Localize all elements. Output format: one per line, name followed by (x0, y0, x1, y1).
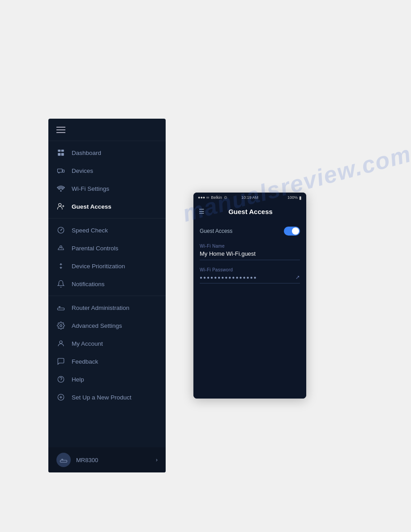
battery-percentage: 100% (287, 195, 298, 200)
sidebar-item-label: Feedback (72, 358, 98, 365)
battery-icon: ▮ (299, 195, 302, 200)
sidebar-item-label: Devices (72, 167, 93, 174)
phone-topbar: ☰ Guest Access (193, 202, 306, 220)
svg-point-19 (60, 341, 62, 343)
svg-point-12 (60, 246, 62, 248)
wifi-password-label: Wi-Fi Password (200, 267, 300, 272)
wifi-status-icon: ⊙ (224, 195, 227, 200)
priority-icon (56, 262, 65, 270)
account-icon (56, 339, 65, 348)
device-avatar (56, 453, 71, 467)
sidebar-item-help[interactable]: Help (48, 370, 166, 388)
svg-point-21 (61, 381, 61, 381)
sidebar-item-advanced-settings[interactable]: Advanced Settings (48, 317, 166, 335)
sidebar-item-label: Router Administration (72, 305, 129, 311)
dashboard-icon (56, 148, 65, 157)
svg-rect-3 (61, 153, 64, 156)
sidebar-item-label: Guest Access (72, 203, 111, 210)
sidebar-item-label: Wi-Fi Settings (72, 185, 109, 192)
sidebar-item-my-account[interactable]: My Account (48, 335, 166, 352)
speed-icon (56, 226, 65, 235)
help-icon (56, 375, 65, 384)
router-icon (56, 303, 65, 312)
signal-dots: ●●● ∞ (198, 195, 209, 200)
wifi-password-field: Wi-Fi Password ●●●●●●●●●●●●●●●● ➚ (200, 267, 300, 283)
settings-icon (56, 321, 65, 330)
status-time: 10:19 AM (241, 195, 258, 200)
feedback-icon (56, 357, 65, 366)
toggle-knob (292, 227, 299, 235)
wifi-icon (56, 184, 65, 193)
sidebar-item-label: Advanced Settings (72, 322, 122, 329)
svg-rect-4 (58, 169, 63, 172)
svg-point-11 (60, 230, 61, 231)
sidebar-item-notifications[interactable]: Notifications (48, 275, 166, 293)
sidebar-item-setup-new-product[interactable]: Set Up a New Product (48, 388, 166, 406)
phone-frame: ●●● ∞ Belkin ⊙ 10:19 AM 100% ▮ ☰ Guest A… (193, 193, 306, 399)
status-right: 100% ▮ (287, 195, 302, 200)
device-name: MR8300 (76, 457, 150, 463)
phone-content: Guest Access Wi-Fi Name My Home Wi-Fi.gu… (193, 220, 306, 399)
nav-divider-2 (48, 296, 166, 296)
svg-rect-5 (63, 170, 64, 172)
svg-point-18 (60, 325, 62, 327)
phone-mockup: ●●● ∞ Belkin ⊙ 10:19 AM 100% ▮ ☰ Guest A… (193, 193, 306, 399)
wifi-name-label: Wi-Fi Name (200, 244, 300, 249)
sidebar-item-device-prioritization[interactable]: Device Prioritization (48, 257, 166, 275)
sidebar-item-label: Device Prioritization (72, 263, 125, 270)
sidebar-item-label: Help (72, 376, 84, 383)
sidebar: Dashboard Devices Wi-Fi Settings Guest A… (48, 119, 166, 472)
sidebar-item-label: Notifications (72, 281, 105, 287)
sidebar-item-speed-check[interactable]: Speed Check (48, 221, 166, 239)
svg-rect-2 (58, 153, 60, 156)
guest-access-field-label: Guest Access (200, 228, 232, 234)
sidebar-item-devices[interactable]: Devices (48, 162, 166, 180)
svg-rect-0 (58, 150, 60, 152)
svg-point-9 (59, 203, 61, 206)
guest-access-toggle[interactable] (284, 227, 300, 236)
sidebar-item-label: Speed Check (72, 227, 108, 234)
parental-icon (56, 244, 65, 253)
svg-point-8 (60, 190, 62, 192)
nav-items: Dashboard Devices Wi-Fi Settings Guest A… (48, 141, 166, 409)
external-link-icon[interactable]: ➚ (295, 274, 300, 280)
wifi-password-row: ●●●●●●●●●●●●●●●● ➚ (200, 274, 300, 283)
hamburger-menu-icon[interactable] (56, 127, 65, 133)
notifications-icon (56, 279, 65, 288)
nav-divider-1 (48, 218, 166, 219)
sidebar-item-feedback[interactable]: Feedback (48, 352, 166, 370)
sidebar-item-label: My Account (72, 340, 103, 347)
guest-icon (56, 202, 65, 211)
guest-access-toggle-row: Guest Access (200, 227, 300, 236)
plus-icon (56, 393, 65, 402)
wifi-name-field: Wi-Fi Name My Home Wi-Fi.guest (200, 244, 300, 260)
device-row[interactable]: MR8300 › (48, 447, 166, 472)
status-bar: ●●● ∞ Belkin ⊙ 10:19 AM 100% ▮ (193, 193, 306, 202)
sidebar-header (48, 119, 166, 141)
svg-rect-1 (61, 150, 64, 152)
sidebar-item-label: Set Up a New Product (72, 394, 132, 401)
sidebar-item-router-administration[interactable]: Router Administration (48, 299, 166, 317)
devices-icon (56, 166, 65, 175)
sidebar-item-parental-controls[interactable]: Parental Controls (48, 239, 166, 257)
chevron-right-icon: › (156, 457, 158, 463)
svg-rect-25 (60, 460, 67, 463)
sidebar-item-label: Dashboard (72, 150, 101, 156)
sidebar-item-dashboard[interactable]: Dashboard (48, 144, 166, 162)
sidebar-item-label: Parental Controls (72, 245, 118, 252)
status-left: ●●● ∞ Belkin ⊙ (198, 195, 227, 200)
hamburger-phone-icon[interactable]: ☰ (199, 208, 205, 215)
sidebar-item-guest-access[interactable]: Guest Access (48, 197, 166, 215)
phone-screen-title: Guest Access (209, 208, 292, 215)
wifi-password-dots: ●●●●●●●●●●●●●●●● (200, 275, 257, 280)
wifi-name-value[interactable]: My Home Wi-Fi.guest (200, 250, 300, 260)
sidebar-item-wifi-settings[interactable]: Wi-Fi Settings (48, 180, 166, 197)
carrier-name: Belkin (211, 195, 222, 200)
